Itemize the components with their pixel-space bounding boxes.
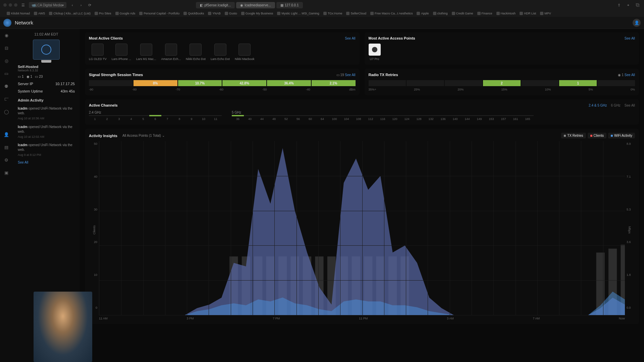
bookmark[interactable]: clothing	[433, 12, 448, 15]
panel-title: Signal Strength Session Times	[89, 73, 143, 77]
sidebar-toggle-icon[interactable]: ☰	[20, 2, 26, 8]
bookmark[interactable]: SellerCloud	[346, 12, 366, 15]
legend-item[interactable]: WiFi Activity	[608, 133, 635, 138]
bookmarks-bar: Kilobit NomadAWSClickup | Kilo...ad LLC …	[0, 10, 644, 17]
panel-title: Most Active Clients	[89, 36, 123, 40]
bookmark[interactable]: Personal Capital - Portfolio	[139, 12, 179, 15]
panel-title: Activity Insights	[89, 134, 117, 138]
client-item[interactable]: LG OLED TV	[89, 44, 107, 61]
nav-users-icon[interactable]: 👤	[3, 131, 9, 137]
nav-apps-icon[interactable]: ▣	[3, 170, 9, 176]
client-item[interactable]: Amazon Ech...	[161, 44, 181, 61]
client-item[interactable]: Nikki Echo Dot	[186, 44, 206, 61]
bookmark[interactable]: MPV	[540, 12, 551, 15]
ap-filter[interactable]: All Access Points (1 Total) ⌄	[122, 134, 165, 137]
bookmark[interactable]: Apple	[417, 12, 429, 15]
uptime-label: System Uptime	[18, 89, 43, 93]
browser-toolbar: ☰ 📹 LCA Digital Media ▾ ‹ › ⟳ ◧ pfSense.…	[0, 0, 644, 10]
signal-bar	[89, 80, 133, 86]
side-nav: ◉ ⊟ ◎ ▭ ⚉ ⫍ ◯ 👤 ▤ ⚙ ▣	[0, 29, 13, 362]
server-ip-label: Server IP	[18, 82, 33, 86]
forward-icon[interactable]: ›	[78, 2, 84, 8]
tab-lcadmedia[interactable]: ◉ lcadmediaserve...	[236, 2, 275, 8]
legend-item[interactable]: TX Retries	[561, 133, 586, 138]
activity-item: lcadm opened UniFi Network via the web.A…	[18, 125, 75, 139]
new-tab-icon[interactable]: +	[625, 2, 631, 8]
radio-bar: 1	[559, 80, 597, 86]
nav-radar-icon[interactable]: ◎	[3, 58, 9, 64]
traffic-lights	[3, 3, 17, 7]
panel-active-aps: Most Active Access Points See All U7 Pro	[365, 32, 639, 65]
legend-item[interactable]: Clients	[588, 133, 607, 138]
bookmark[interactable]: Google Ads	[115, 12, 136, 15]
bookmark[interactable]: Pro Sites	[95, 12, 111, 15]
page-title: Network	[15, 20, 33, 25]
bookmark[interactable]: Hackintosh	[496, 12, 516, 15]
bookmark[interactable]: Gusto	[225, 12, 237, 15]
band-filter-6[interactable]: 6 GHz	[611, 104, 621, 107]
nav-dashboard-icon[interactable]: ◉	[3, 32, 9, 38]
client-item[interactable]: Lars M1 Mac...	[136, 44, 156, 61]
radio-bar	[369, 80, 406, 86]
nav-topology-icon[interactable]: ⊟	[3, 45, 9, 51]
panel-active-clients: Most Active Clients See All LG OLED TVLa…	[85, 32, 360, 65]
stat-c: ▭ 23	[35, 75, 43, 78]
nav-settings-icon[interactable]: ⚙	[3, 157, 9, 163]
bookmark[interactable]: Clickup | Kilo...ad LLC (List)	[49, 12, 91, 15]
bookmark[interactable]: QuickBooks	[183, 12, 204, 15]
account-icon[interactable]: 👤	[633, 19, 641, 27]
bookmark[interactable]: Free Macro Ca...t Aesthetics	[370, 12, 413, 15]
client-item[interactable]: Lars Echo Dot	[211, 44, 230, 61]
nav-clients-icon[interactable]: ⚉	[3, 83, 9, 89]
reload-icon[interactable]: ⟳	[87, 2, 93, 8]
nav-security-icon[interactable]: ◯	[3, 109, 9, 115]
profile-chip[interactable]: 📹 LCA Digital Media ▾	[29, 2, 66, 8]
radio-bar: 2	[483, 80, 521, 86]
bookmark[interactable]: AWS	[34, 12, 45, 15]
see-all-link[interactable]: See All	[625, 73, 635, 77]
panel-title: Most Active Access Points	[369, 36, 415, 40]
see-all-link[interactable]: See All	[625, 104, 635, 107]
app-header: Network 👤	[0, 17, 644, 29]
bookmark[interactable]: TGx:Home	[323, 12, 342, 15]
bookmark[interactable]: Credit Game	[452, 12, 473, 15]
bookmark[interactable]: HDR List	[520, 12, 536, 15]
activity-chart: Clients 50403020100 8.97.15.33.61.80.0 M…	[89, 141, 635, 315]
ap-item[interactable]: U7 Pro	[369, 44, 381, 61]
server-ip-value: 10.17.17.25	[55, 82, 75, 86]
clock: 11:02 AM EDT	[18, 32, 75, 36]
see-all-link[interactable]: See All	[345, 73, 355, 77]
nav-stats-icon[interactable]: ⫍	[3, 96, 9, 102]
bookmark[interactable]: Mystic Light ... MSI_Gaming	[277, 12, 319, 15]
radio-bar	[521, 80, 559, 86]
nav-list-icon[interactable]: ▤	[3, 144, 9, 150]
share-icon[interactable]: ⇪	[616, 2, 622, 8]
nav-devices-icon[interactable]: ▭	[3, 70, 9, 76]
activity-item: lcadm opened UniFi Network via the web.A…	[18, 143, 75, 157]
activity-see-all[interactable]: See All	[18, 161, 75, 164]
band-filter-2-5[interactable]: 2.4 & 5 GHz	[589, 104, 607, 107]
tabs-overview-icon[interactable]: ⿻	[635, 2, 641, 8]
tab-localhost[interactable]: ▦ 127.0.0.1	[276, 2, 303, 8]
see-all-link[interactable]: See All	[625, 37, 635, 40]
signal-bar: 2.1%	[312, 80, 356, 86]
bookmark[interactable]: Google My Business	[241, 12, 273, 15]
uptime-value: 43m 45s	[61, 89, 75, 93]
bookmark[interactable]: YNAB	[208, 12, 221, 15]
bookmark[interactable]: Kilobit Nomad	[7, 12, 30, 15]
client-item[interactable]: Nikki Macbook	[235, 44, 255, 61]
browser-tabs: ◧ pfSense.lcadigit... ◉ lcadmediaserve..…	[196, 2, 303, 8]
band-5-label: 5 GHz	[232, 111, 534, 114]
panel-activity-insights: Activity Insights All Access Points (1 T…	[85, 129, 639, 324]
client-item[interactable]: Lars iPhone ...	[112, 44, 131, 61]
dashboard-content: Most Active Clients See All LG OLED TVLa…	[80, 29, 644, 362]
see-all-link[interactable]: See All	[345, 37, 355, 40]
stat-a: ▭ 1	[18, 75, 24, 78]
tab-pfsense[interactable]: ◧ pfSense.lcadigit...	[196, 2, 235, 8]
radio-bar	[597, 80, 635, 86]
back-icon[interactable]: ‹	[69, 2, 75, 8]
host-version: Network 8.3.32	[18, 69, 75, 72]
panel-radio-retries: Radio TX Retries ◉ 1 See All 21 35%+25%2…	[365, 69, 639, 95]
unifi-logo-icon[interactable]	[3, 19, 11, 27]
bookmark[interactable]: Finance	[477, 12, 492, 15]
